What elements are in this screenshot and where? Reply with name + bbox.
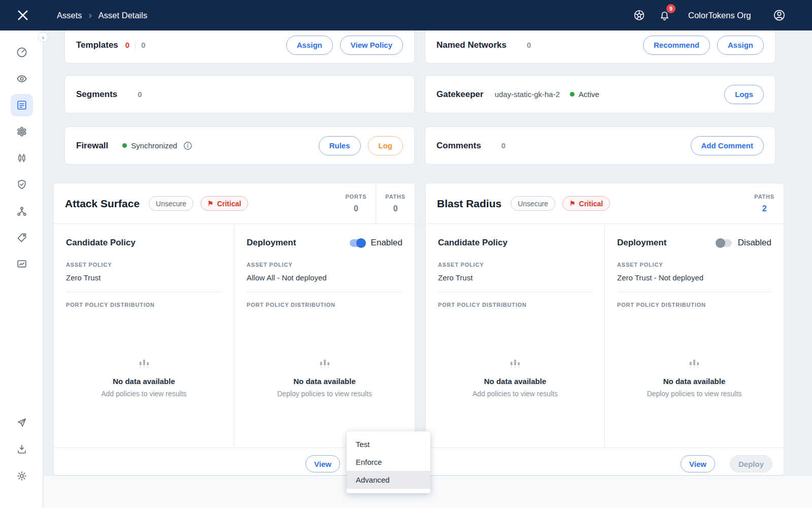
comments-card: Comments 0 Add Comment [425,126,775,165]
sidebar-expand-toggle[interactable]: › [38,32,48,42]
gatekeeper-card: Gatekeeper uday-static-gk-ha-2 Active Lo… [425,75,775,113]
asset-details-screen: Assets › Asset Details 9 ColorTokens Org [0,0,812,508]
sidebar-item-topology[interactable] [11,200,33,223]
asset-policy-label: ASSET POLICY [617,262,771,268]
asset-policy-value: Allow All - Not deployed [247,273,402,282]
sidebar-item-security[interactable] [11,173,33,196]
blast-radius-deploy-button[interactable]: Deploy [730,455,772,472]
sidebar-item-assets[interactable] [11,94,33,116]
port-policy-distribution-label: PORT POLICY DISTRIBUTION [617,302,771,308]
paths-stat: PATHS 0 [376,183,415,224]
templates-view-policy-button[interactable]: View Policy [340,36,403,55]
bar-chart-icon [319,357,331,368]
sidebar-item-tags[interactable] [11,227,33,249]
org-name[interactable]: ColorTokens Org [688,11,751,20]
sidebar-item-flows[interactable] [11,147,33,169]
gatekeeper-instance-name: uday-static-gk-ha-2 [495,90,560,99]
asset-policy-label: ASSET POLICY [247,262,402,268]
named-networks-card: Named Networks 0 Recommend Assign [425,26,775,64]
column-divider [247,292,402,292]
segments-card: Segments 0 [64,75,415,113]
blast-radius-header: Blast Radius Unsecure ⚑Critical PATHS 2 [426,183,784,224]
sidebar-item-dashboard[interactable] [11,41,33,64]
empty-subtitle: Deploy policies to view results [234,390,415,398]
empty-state: No data available Deploy policies to vie… [605,357,784,398]
column-divider [438,292,592,292]
named-networks-assign-button[interactable]: Assign [717,36,764,55]
dropdown-item-enforce[interactable]: Enforce [347,453,430,471]
gatekeeper-title: Gatekeeper [436,89,484,100]
attack-surface-title: Attack Surface [65,198,140,210]
report-chart-icon [16,258,28,270]
blast-radius-view-button[interactable]: View [681,455,715,472]
empty-state: No data available Add policies to view r… [54,357,234,398]
breadcrumb-assets[interactable]: Assets [57,11,82,20]
flows-icon [16,152,28,164]
sidebar-item-visibility[interactable] [11,68,33,90]
gatekeeper-logs-button[interactable]: Logs [724,85,764,104]
bar-chart-icon [138,357,150,368]
firewall-card: Firewall Synchronized Rules Log [64,126,415,165]
named-networks-title: Named Networks [436,40,506,50]
critical-badge: ⚑Critical [562,196,610,211]
port-policy-distribution-label: PORT POLICY DISTRIBUTION [438,302,592,308]
deployment-toggle[interactable] [350,239,365,247]
breadcrumb-page-title: Asset Details [98,11,147,20]
sidebar-item-import[interactable] [11,438,33,460]
blast-radius-stats: PATHS 2 [745,183,784,224]
attack-surface-view-button[interactable]: View [306,455,340,472]
as-deployment-column: Deployment Enabled ASSET POLICY Allow Al… [234,224,415,448]
named-networks-recommend-button[interactable]: Recommend [643,36,710,55]
sidebar [0,30,43,508]
empty-title: No data available [426,377,604,386]
deployment-toggle-label: Disabled [738,238,771,248]
critical-badge: ⚑Critical [200,196,248,211]
comments-count: 0 [501,141,505,150]
empty-state: No data available Add policies to view r… [426,357,604,398]
named-networks-count: 0 [527,41,531,49]
firewall-status: Synchronized [131,141,177,150]
paths-value[interactable]: 2 [762,204,767,213]
dropdown-item-advanced[interactable]: Advanced [347,471,430,489]
colortokens-logo-icon[interactable] [14,7,31,24]
asset-policy-value: Zero Trust [66,273,222,282]
port-policy-distribution-label: PORT POLICY DISTRIBUTION [66,302,222,308]
breadcrumb-separator-icon: › [89,10,92,21]
firewall-title: Firewall [76,141,108,151]
blast-radius-title: Blast Radius [437,198,501,210]
deployment-toggle[interactable] [717,239,732,247]
bar-chart-icon [688,357,700,368]
candidate-policy-title: Candidate Policy [66,238,136,248]
empty-subtitle: Add policies to view results [426,390,604,398]
bar-chart-icon [509,357,521,368]
unsecure-badge: Unsecure [149,196,193,211]
breadcrumb: Assets › Asset Details [57,10,147,21]
sidebar-item-network[interactable] [11,120,33,143]
account-icon[interactable] [772,9,786,22]
unsecure-badge: Unsecure [511,196,555,211]
ports-stat: PORTS 0 [336,183,376,224]
sidebar-item-reports[interactable] [11,253,33,275]
flag-icon: ⚑ [569,200,576,207]
eye-icon [16,73,28,85]
comments-title: Comments [436,141,481,151]
count-divider [135,41,136,49]
port-policy-distribution-label: PORT POLICY DISTRIBUTION [247,302,402,308]
firewall-rules-button[interactable]: Rules [319,136,361,155]
add-comment-button[interactable]: Add Comment [691,136,764,155]
cluster-icon [16,125,28,138]
download-icon [16,443,28,455]
globe-icon[interactable] [633,9,646,22]
templates-count-secondary: 0 [141,41,145,49]
empty-title: No data available [234,377,415,386]
info-icon[interactable] [183,141,192,150]
br-deployment-column: Deployment Disabled ASSET POLICY Zero Tr… [604,224,784,448]
sidebar-item-settings[interactable] [11,465,33,487]
firewall-log-button[interactable]: Log [368,136,403,155]
attack-surface-stats: PORTS 0 PATHS 0 [336,183,415,224]
paths-value[interactable]: 0 [393,204,398,213]
sidebar-item-launch[interactable] [11,411,33,434]
ports-value[interactable]: 0 [354,204,358,213]
dropdown-item-test[interactable]: Test [347,435,430,453]
templates-assign-button[interactable]: Assign [286,36,333,55]
